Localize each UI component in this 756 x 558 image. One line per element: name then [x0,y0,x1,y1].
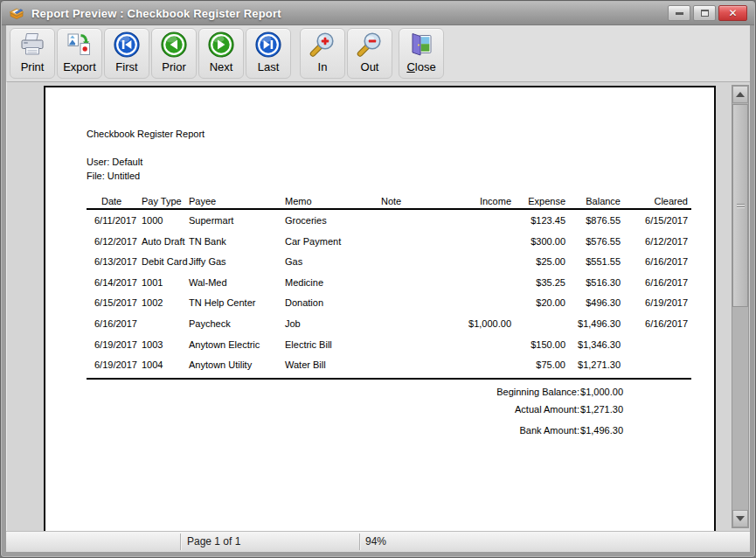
col-header-income: Income [480,196,511,206]
cell-expense: $35.25 [536,277,565,288]
prior-label: Prior [162,60,185,73]
prior-button[interactable]: Prior [151,28,197,79]
zoom-out-icon [356,31,384,59]
cell-date: 6/12/2017 [94,236,137,247]
scroll-up-button[interactable] [732,86,748,103]
cell-balance: $1,346.30 [578,339,621,350]
zoom-out-label: Out [361,60,379,73]
col-header-date: Date [101,196,121,206]
maximize-button[interactable] [693,5,716,21]
table-header-row: Date Pay Type Payee Memo Note Income Exp… [45,196,714,208]
zoom-in-icon [309,31,336,59]
vertical-scrollbar[interactable] [732,85,749,528]
table-row: 6/12/2017 Auto Draft TN Bank Car Payment… [45,236,714,248]
cell-expense: $75.00 [536,359,565,370]
zoom-out-button[interactable]: Out [347,28,392,79]
cell-balance: $516.30 [586,277,621,288]
export-button[interactable]: Export [57,28,102,79]
col-header-paytype: Pay Type [142,196,182,206]
cell-memo: Groceries [285,215,327,226]
cell-pay-type: 1002 [142,297,163,308]
cell-memo: Car Payment [285,236,341,247]
col-header-cleared: Cleared [654,196,688,206]
cell-expense: $123.45 [531,215,565,226]
minimize-button[interactable] [668,5,690,21]
cell-balance: $576.55 [586,236,621,247]
cell-cleared: 6/16/2017 [645,277,688,288]
report-preview-window: Report Preview : Checkbook Register Repo… [0,0,756,558]
first-button[interactable]: First [104,28,149,79]
status-bar: Page 1 of 1 94% [6,531,750,552]
col-header-memo: Memo [285,196,312,206]
printer-icon [18,31,46,59]
cell-memo: Donation [285,297,323,308]
report-page: Checkbook Register Report User: Default … [44,86,716,531]
cell-expense: $25.00 [536,256,565,267]
header-rule [87,208,691,210]
cell-pay-type: Auto Draft [142,236,185,247]
cell-payee: Wal-Med [189,277,227,288]
cell-date: 6/19/2017 [94,339,137,350]
scrollbar-thumb[interactable] [732,104,748,307]
cell-payee: Supermart [189,215,233,226]
checkbook-app-icon [8,4,25,22]
col-header-expense: Expense [528,196,565,206]
scroll-down-button[interactable] [732,510,748,527]
thumb-grip [737,204,745,205]
report-user-line: User: Default [87,157,142,167]
zoom-in-button[interactable]: In [300,28,345,79]
first-label: First [115,60,137,73]
minimize-icon [676,12,683,15]
cell-balance: $1,271.30 [578,359,621,370]
cell-payee: Jiffy Gas [189,256,226,267]
summary-row: Bank Amount: $1,496.30 [45,425,714,437]
report-title: Checkbook Register Report [87,129,205,139]
last-label: Last [258,60,280,73]
cell-cleared: 6/12/2017 [645,236,688,247]
summary-label: Actual Amount: [515,404,579,415]
thumb-grip [737,206,745,207]
col-header-balance: Balance [586,196,621,206]
report-file-line: File: Untitled [87,171,140,181]
cell-expense: $300.00 [531,236,565,247]
arrow-down-icon [736,516,745,521]
last-button[interactable]: Last [246,28,291,79]
next-label: Next [210,60,233,73]
cell-payee: TN Bank [189,236,226,247]
statusbar-divider [359,534,360,550]
cell-pay-type: 1004 [142,359,163,370]
maximize-icon [701,10,709,17]
cell-payee: TN Help Center [189,297,255,308]
last-page-icon [254,31,282,59]
print-button[interactable]: Print [10,28,55,79]
close-button[interactable]: Close [399,28,444,79]
cell-pay-type: 1000 [142,215,163,226]
next-button[interactable]: Next [198,28,244,79]
cell-cleared: 6/15/2017 [645,215,688,226]
table-row: 6/16/2017 Paycheck Job $1,000.00 $1,496.… [45,318,714,331]
cell-memo: Electric Bill [285,339,332,350]
cell-payee: Anytown Electric [189,339,260,350]
page-indicator: Page 1 of 1 [187,535,240,548]
summary-row: Beginning Balance: $1,000.00 [45,387,714,399]
cell-date: 6/16/2017 [94,318,137,329]
close-window-button[interactable]: ✕ [718,5,747,21]
cell-date: 6/11/2017 [94,215,136,226]
cell-balance: $1,496.30 [578,318,621,329]
cell-balance: $496.30 [586,297,621,308]
cell-pay-type: Debit Card [142,256,188,267]
cell-expense: $20.00 [536,297,565,308]
table-row: 6/11/2017 1000 Supermart Groceries $123.… [45,215,714,227]
cell-memo: Job [285,318,301,329]
summary-value: $1,496.30 [580,425,623,436]
col-header-payee: Payee [189,196,216,206]
cell-balance: $876.55 [586,215,621,226]
table-bottom-rule [87,378,691,380]
table-row: 6/15/2017 1002 TN Help Center Donation $… [45,297,714,310]
window-title: Report Preview : Checkbook Register Repo… [31,7,281,20]
table-row: 6/14/2017 1001 Wal-Med Medicine $35.25 $… [45,277,714,289]
title-bar[interactable]: Report Preview : Checkbook Register Repo… [2,2,754,25]
close-icon: ✕ [728,8,737,18]
next-page-icon [207,31,235,59]
summary-value: $1,000.00 [580,387,623,397]
